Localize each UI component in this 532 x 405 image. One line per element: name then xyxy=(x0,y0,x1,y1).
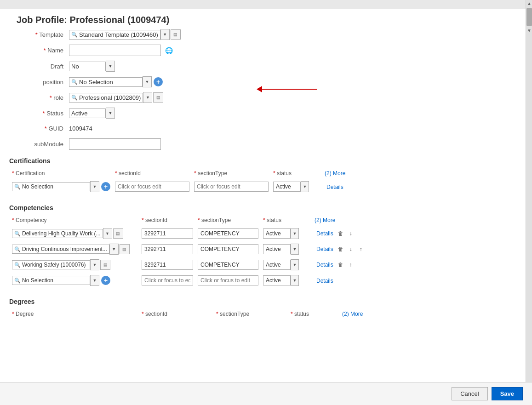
save-button[interactable]: Save xyxy=(492,387,523,400)
comp-2-arrow[interactable]: ▼ xyxy=(90,259,99,270)
comp-2-search-field[interactable]: 🔍 Working Safely (1000076) xyxy=(12,260,90,269)
cert-details-link[interactable]: Details xyxy=(325,184,345,190)
comp-new-arrow[interactable]: ▼ xyxy=(90,275,99,286)
comp-1-status[interactable]: Active xyxy=(263,244,291,254)
comp-1-arrow[interactable]: ▼ xyxy=(109,244,119,255)
comp-1-actions: Details 🗑 ↓ ↑ xyxy=(315,245,514,254)
competencies-heading: Competencies xyxy=(9,204,516,211)
cancel-button[interactable]: Cancel xyxy=(452,387,487,400)
comp-1-select-wrap: 🔍 Driving Continuous Improvement... ▼ ▤ xyxy=(12,244,137,255)
comp-2-up-btn[interactable]: ↑ xyxy=(346,260,355,269)
comp-new-value: No Selection xyxy=(22,277,53,284)
comp-1-search-field[interactable]: 🔍 Driving Continuous Improvement... xyxy=(12,245,109,254)
role-arrow[interactable]: ▼ xyxy=(143,92,152,103)
comp-new-sectiontype[interactable] xyxy=(198,275,258,285)
comp-0-details[interactable]: Details xyxy=(315,230,335,237)
comp-0-sectiontype[interactable] xyxy=(198,228,258,239)
deg-col-sectionid: sectionId xyxy=(142,311,167,317)
comp-0-arrow[interactable]: ▼ xyxy=(103,228,112,239)
template-dropdown-arrow[interactable]: ▼ xyxy=(160,29,170,40)
cert-col-certification: Certification xyxy=(12,170,45,177)
draft-field: No ▼ xyxy=(69,61,115,72)
comp-1-down-btn[interactable]: ↓ xyxy=(346,245,355,254)
comp-2-delete-btn[interactable]: 🗑 xyxy=(336,260,345,269)
cert-sectionid-input[interactable] xyxy=(115,182,189,192)
comp-2-sectiontype[interactable] xyxy=(198,260,258,270)
name-input[interactable]: Professional xyxy=(69,45,161,56)
comp-1-details[interactable]: Details xyxy=(315,246,335,252)
comp-0-status[interactable]: Active xyxy=(263,228,291,239)
comp-2-status[interactable]: Active xyxy=(263,260,291,270)
comp-0-sectionid[interactable] xyxy=(142,228,193,239)
degrees-heading: Degrees xyxy=(9,298,516,305)
position-search-dropdown[interactable]: 🔍 No Selection xyxy=(69,77,143,87)
cert-no-selection: No Selection xyxy=(22,183,53,190)
comp-new-add-btn[interactable]: + xyxy=(101,276,110,285)
comp-new-details[interactable]: Details xyxy=(315,278,335,284)
certifications-table: Certification sectionId sectionType stat… xyxy=(9,168,516,195)
cert-dropdown-arrow[interactable]: ▼ xyxy=(90,181,99,192)
deg-col-more[interactable]: (2) More xyxy=(342,311,363,317)
status-dropdown[interactable]: Active xyxy=(69,108,106,118)
draft-dropdown[interactable]: No xyxy=(69,62,106,71)
scrollbar-up-arrow[interactable]: ▲ xyxy=(526,0,532,7)
role-detail-btn[interactable]: ▤ xyxy=(153,92,163,103)
draft-label: Draft xyxy=(9,63,69,70)
comp-0-search-field[interactable]: 🔍 Delivering High Quality Work (... xyxy=(12,229,103,238)
name-label: Name xyxy=(9,47,69,54)
cert-sectiontype-input[interactable] xyxy=(194,182,269,192)
comp-new-status-arrow[interactable]: ▼ xyxy=(291,275,299,286)
cert-add-btn[interactable]: + xyxy=(101,182,110,191)
comp-1-sectiontype[interactable] xyxy=(198,244,258,254)
comp-col-status: status xyxy=(263,217,281,223)
comp-1-up-btn[interactable]: ↑ xyxy=(356,245,366,254)
scrollbar-down-arrow[interactable]: ▼ xyxy=(526,27,532,34)
arrow-line xyxy=(262,89,317,90)
page-title: Job Profile: Professional (1009474) xyxy=(9,9,516,29)
comp-1-status-wrap: Active ▼ xyxy=(263,244,310,255)
cert-col-more[interactable]: (2) More xyxy=(325,170,345,177)
position-arrow[interactable]: ▼ xyxy=(143,76,152,87)
comp-new-sectionid[interactable] xyxy=(142,275,193,285)
submodule-input[interactable]: RCM xyxy=(69,138,161,150)
comp-2-detail-btn[interactable]: ▤ xyxy=(100,260,110,270)
scrollbar-thumb[interactable] xyxy=(526,8,532,26)
comp-col-more[interactable]: (2) More xyxy=(315,217,335,223)
comp-1-detail-btn[interactable]: ▤ xyxy=(120,244,130,254)
comp-2-details[interactable]: Details xyxy=(315,262,335,268)
status-arrow[interactable]: ▼ xyxy=(106,108,115,119)
guid-label: GUID xyxy=(9,125,69,132)
role-search-dropdown[interactable]: 🔍 Professional (1002809) xyxy=(69,93,143,103)
draft-arrow[interactable]: ▼ xyxy=(106,61,115,72)
comp-0-detail-btn[interactable]: ▤ xyxy=(113,228,123,239)
cert-status-value[interactable]: Active xyxy=(273,182,301,192)
comp-0-down-btn[interactable]: ↓ xyxy=(346,229,355,238)
deg-col-sectiontype: sectionType xyxy=(216,311,249,317)
guid-value: 1009474 xyxy=(69,123,92,134)
comp-1-delete-btn[interactable]: 🗑 xyxy=(336,245,345,254)
cert-status-arrow[interactable]: ▼ xyxy=(301,181,309,192)
comp-0-status-arrow[interactable]: ▼ xyxy=(291,228,299,239)
comp-new-status[interactable]: Active xyxy=(263,275,291,285)
scrollbar[interactable]: ▲ ▼ xyxy=(526,0,532,405)
role-field: 🔍 Professional (1002809) ▼ ▤ xyxy=(69,92,163,103)
template-value: Standard Template (1009460) xyxy=(79,31,158,38)
comp-new-search-field[interactable]: 🔍 No Selection xyxy=(12,276,90,285)
template-search-dropdown[interactable]: 🔍 Standard Template (1009460) xyxy=(69,30,160,40)
cert-search-field[interactable]: 🔍 No Selection xyxy=(12,182,90,191)
comp-1-status-arrow[interactable]: ▼ xyxy=(291,244,299,255)
comp-0-delete-btn[interactable]: 🗑 xyxy=(336,229,345,238)
role-search-icon: 🔍 xyxy=(71,95,78,101)
search-icon: 🔍 xyxy=(71,32,78,38)
template-detail-btn[interactable]: ▤ xyxy=(171,29,181,40)
comp-new-search-icon: 🔍 xyxy=(14,278,21,284)
cert-row-1: 🔍 No Selection ▼ + xyxy=(10,179,515,194)
comp-row-2: 🔍 Working Safely (1000076) ▼ ▤ Active ▼ xyxy=(10,257,515,272)
globe-icon[interactable]: 🌐 xyxy=(164,46,174,56)
comp-2-status-arrow[interactable]: ▼ xyxy=(291,259,299,270)
comp-1-sectionid[interactable] xyxy=(142,244,193,254)
comp-0-actions: Details 🗑 ↓ xyxy=(315,229,514,238)
comp-1-value: Driving Continuous Improvement... xyxy=(22,246,107,252)
position-add-btn[interactable]: + xyxy=(154,77,163,86)
comp-2-sectionid[interactable] xyxy=(142,260,193,270)
